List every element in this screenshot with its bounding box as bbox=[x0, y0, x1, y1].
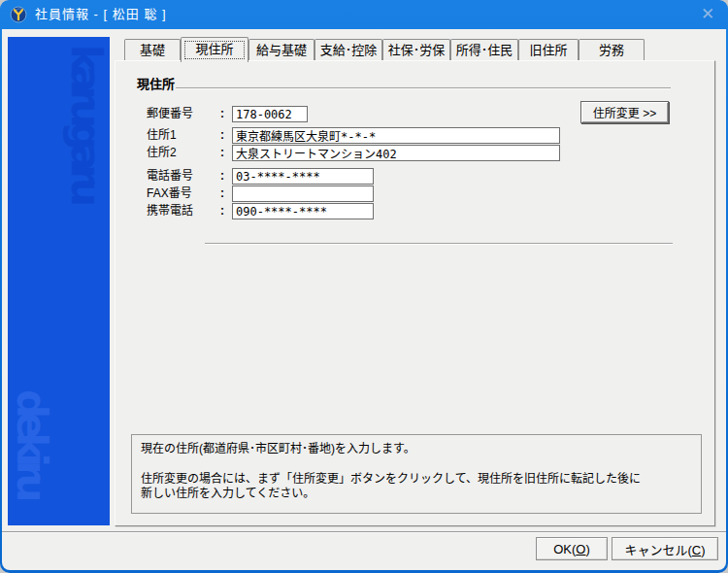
app-icon bbox=[10, 6, 27, 23]
titlebar[interactable]: 社員情報 - [ 松田 聡 ] ✕ bbox=[0, 0, 728, 29]
address2-input[interactable] bbox=[232, 145, 560, 161]
brand-watermark-dekiru: dekiru bbox=[8, 389, 55, 496]
tab-old-address[interactable]: 旧住所 bbox=[518, 39, 579, 60]
tab-income-resident[interactable]: 所得･住民 bbox=[450, 39, 518, 60]
group-divider bbox=[176, 87, 671, 88]
group-title-current-address: 現住所 bbox=[137, 74, 175, 92]
colon: : bbox=[220, 106, 224, 122]
address-change-button[interactable]: 住所変更 >> bbox=[580, 101, 669, 123]
tab-label: 基礎 bbox=[140, 43, 165, 57]
tab-label: 支給･控除 bbox=[320, 43, 378, 57]
address2-label: 住所2 bbox=[147, 145, 177, 161]
address1-label: 住所1 bbox=[147, 127, 177, 144]
brand-side-panel: karugaru dekiru bbox=[8, 37, 110, 525]
tab-basic[interactable]: 基礎 bbox=[124, 39, 181, 60]
tab-payment-deduction[interactable]: 支給･控除 bbox=[314, 39, 382, 60]
tab-content-panel: 現住所 郵便番号 : 住所1 : 住所2 : 電話番号 : bbox=[115, 60, 715, 526]
footer-divider bbox=[2, 531, 726, 532]
colon: : bbox=[220, 185, 224, 202]
fax-input[interactable] bbox=[232, 185, 374, 202]
ok-button-label-end: ) bbox=[585, 542, 589, 556]
ok-button[interactable]: OK(O) bbox=[536, 537, 608, 560]
postal-code-input[interactable] bbox=[232, 106, 308, 122]
mobile-label: 携帯電話 bbox=[147, 203, 193, 219]
help-line: 新しい住所を入力してください。 bbox=[141, 487, 692, 501]
tab-labor[interactable]: 労務 bbox=[579, 39, 645, 60]
help-line: 住所変更の場合には、まず「住所変更」ボタンをクリックして、現住所を旧住所に転記し… bbox=[141, 472, 692, 487]
tab-label: 給与基礎 bbox=[256, 43, 307, 57]
colon: : bbox=[220, 203, 224, 219]
ok-button-label: OK( bbox=[553, 542, 576, 556]
tab-salary-basic[interactable]: 給与基礎 bbox=[248, 39, 314, 60]
tab-social-labor-insurance[interactable]: 社保･労保 bbox=[382, 39, 450, 60]
cancel-button[interactable]: キャンセル(C) bbox=[612, 537, 718, 560]
address1-input[interactable] bbox=[232, 127, 560, 144]
colon: : bbox=[220, 168, 224, 185]
help-line: 現在の住所(都道府県･市区町村･番地)を入力します。 bbox=[141, 442, 692, 456]
cancel-button-mnemonic: C bbox=[692, 543, 701, 557]
employee-info-window: 社員情報 - [ 松田 聡 ] ✕ karugaru dekiru 基礎 現住所… bbox=[0, 0, 728, 573]
window-title: 社員情報 - [ 松田 聡 ] bbox=[35, 0, 167, 29]
phone-input[interactable] bbox=[232, 168, 374, 185]
cancel-button-label-end: ) bbox=[701, 543, 705, 557]
tab-current-address[interactable]: 現住所 bbox=[181, 37, 248, 62]
tab-bar: 基礎 現住所 給与基礎 支給･控除 社保･労保 所得･住民 旧住所 労務 bbox=[124, 37, 707, 60]
fax-label: FAX番号 bbox=[147, 185, 192, 202]
colon: : bbox=[220, 127, 224, 144]
tab-label: 労務 bbox=[599, 43, 624, 57]
dialog-body: karugaru dekiru 基礎 現住所 給与基礎 支給･控除 社保･労保 … bbox=[2, 29, 726, 570]
colon: : bbox=[220, 145, 224, 161]
brand-watermark-karugaru: karugaru bbox=[62, 45, 110, 200]
mobile-input[interactable] bbox=[232, 203, 374, 219]
tab-label: 所得･住民 bbox=[456, 43, 513, 57]
help-box: 現在の住所(都道府県･市区町村･番地)を入力します。 住所変更の場合には、まず「… bbox=[131, 434, 702, 514]
postal-code-label: 郵便番号 bbox=[147, 106, 193, 122]
ok-button-mnemonic: O bbox=[576, 542, 585, 556]
phone-label: 電話番号 bbox=[147, 168, 193, 185]
cancel-button-label: キャンセル( bbox=[624, 543, 691, 557]
tab-label: 社保･労保 bbox=[388, 43, 446, 57]
tab-label: 旧住所 bbox=[529, 43, 567, 57]
tab-label: 現住所 bbox=[195, 42, 233, 56]
section-divider bbox=[205, 243, 673, 244]
close-icon[interactable]: ✕ bbox=[698, 5, 717, 24]
